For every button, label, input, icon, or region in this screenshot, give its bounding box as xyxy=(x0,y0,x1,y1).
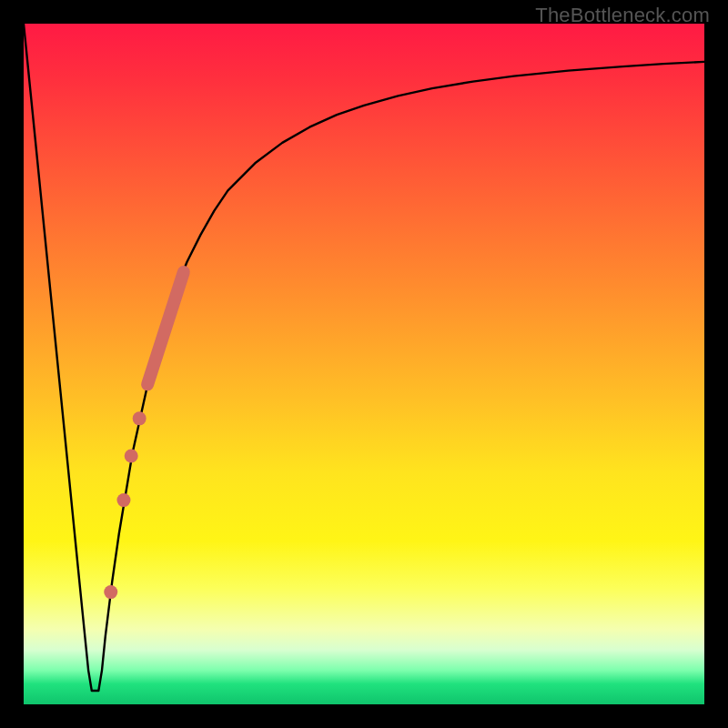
plot-area xyxy=(24,24,704,704)
highlight-segment xyxy=(147,272,184,384)
chart-frame: TheBottleneck.com xyxy=(0,0,728,728)
highlight-dots xyxy=(104,411,146,599)
highlight-dot xyxy=(116,493,130,507)
bottleneck-curve xyxy=(24,24,704,691)
curve-layer xyxy=(24,24,704,704)
highlight-dot xyxy=(133,411,147,425)
highlight-dot xyxy=(104,585,117,599)
highlight-dot xyxy=(125,449,138,462)
